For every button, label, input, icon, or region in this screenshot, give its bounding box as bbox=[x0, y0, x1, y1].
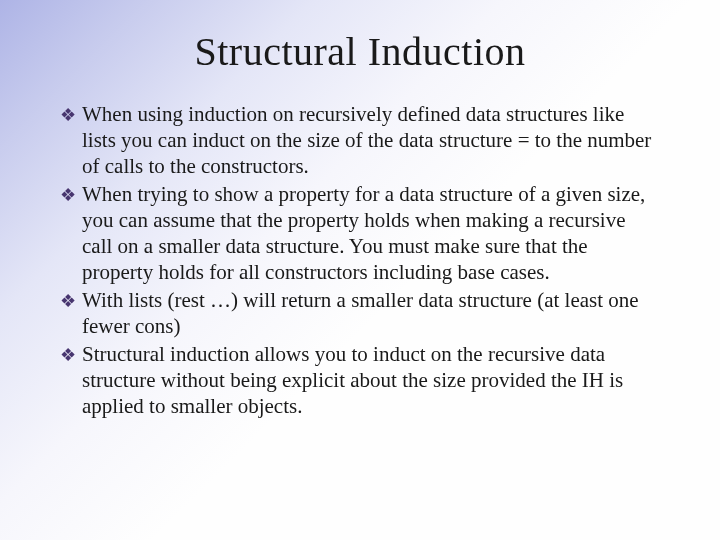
bullet-text: With lists (rest …) will return a smalle… bbox=[82, 287, 660, 339]
slide-title: Structural Induction bbox=[48, 28, 672, 75]
list-item: ❖ Structural induction allows you to ind… bbox=[60, 341, 660, 419]
list-item: ❖ With lists (rest …) will return a smal… bbox=[60, 287, 660, 339]
diamond-bullet-icon: ❖ bbox=[60, 101, 82, 128]
list-item: ❖ When trying to show a property for a d… bbox=[60, 181, 660, 285]
slide: Structural Induction ❖ When using induct… bbox=[0, 0, 720, 540]
bullet-list: ❖ When using induction on recursively de… bbox=[48, 101, 672, 419]
bullet-text: When using induction on recursively defi… bbox=[82, 101, 660, 179]
diamond-bullet-icon: ❖ bbox=[60, 287, 82, 314]
diamond-bullet-icon: ❖ bbox=[60, 341, 82, 368]
diamond-bullet-icon: ❖ bbox=[60, 181, 82, 208]
list-item: ❖ When using induction on recursively de… bbox=[60, 101, 660, 179]
bullet-text: When trying to show a property for a dat… bbox=[82, 181, 660, 285]
bullet-text: Structural induction allows you to induc… bbox=[82, 341, 660, 419]
